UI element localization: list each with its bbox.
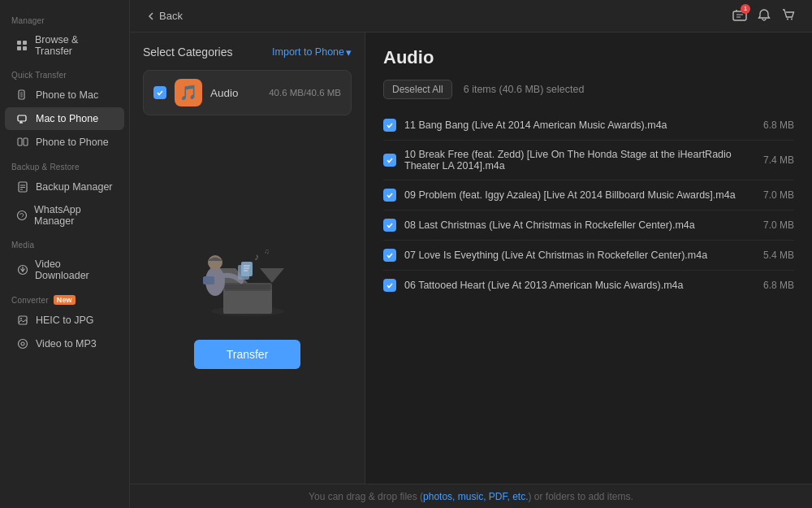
svg-rect-35 [203, 276, 214, 284]
bottom-link[interactable]: photos, music, PDF, etc. [423, 491, 528, 502]
sidebar-item-browse-transfer[interactable]: Browse & Transfer [5, 29, 124, 62]
file-size-4: 5.4 MB [754, 250, 794, 261]
whatsapp-manager-label: WhatsApp Manager [34, 204, 113, 227]
sidebar-section-manager: Manager Browse & Transfer [0, 8, 129, 63]
file-checkbox-4[interactable] [383, 249, 396, 262]
whatsapp-manager-icon [16, 209, 28, 222]
bottom-text2: ) or folders to add items. [528, 491, 633, 502]
file-size-1: 7.4 MB [754, 154, 794, 166]
backup-manager-icon [16, 180, 29, 193]
svg-rect-5 [20, 92, 23, 98]
video-to-mp3-label: Video to MP3 [36, 338, 97, 350]
file-checkbox-3[interactable] [383, 219, 396, 232]
svg-text:♫: ♫ [264, 247, 270, 255]
svg-rect-2 [17, 46, 21, 50]
file-name-4: 07 Love Is Eveything (Live At Christmas … [404, 250, 745, 261]
back-label: Back [159, 10, 183, 22]
phone-to-mac-label: Phone to Mac [36, 89, 98, 101]
svg-point-19 [20, 318, 22, 319]
sidebar-item-phone-to-mac[interactable]: Phone to Mac [5, 84, 124, 106]
file-name-3: 08 Last Christmas (Live At Christmas in … [404, 219, 745, 231]
sidebar-section-media: Media Video Downloader [0, 232, 129, 287]
transfer-button[interactable]: Transfer [194, 340, 301, 369]
converter-section-label: Converter New [0, 287, 129, 308]
deselect-all-button[interactable]: Deselect All [383, 80, 452, 99]
phone-to-phone-icon [16, 136, 29, 149]
file-name-5: 06 Tattooed Heart (Live At 2013 American… [404, 280, 745, 291]
sidebar-item-video-downloader[interactable]: Video Downloader [5, 254, 124, 286]
topbar-icons: 1 [732, 7, 796, 25]
audio-category-item[interactable]: 🎵 Audio 40.6 MB/40.6 MB [143, 70, 352, 115]
file-checkbox-5[interactable] [383, 279, 396, 292]
file-name-1: 10 Break Free (feat. Zedd) [Live On The … [404, 149, 745, 172]
mac-to-phone-label: Mac to Phone [36, 113, 98, 124]
sidebar-item-mac-to-phone[interactable]: Mac to Phone [5, 107, 124, 130]
video-downloader-icon [16, 263, 28, 276]
media-section-label: Media [0, 232, 129, 253]
notification-icon[interactable]: 1 [732, 7, 747, 25]
video-downloader-label: Video Downloader [35, 258, 113, 281]
phone-to-mac-icon [16, 89, 29, 102]
quick-transfer-section-label: Quick Transfer [0, 63, 129, 83]
file-size-3: 7.0 MB [754, 219, 794, 231]
back-button[interactable]: Back [146, 10, 183, 22]
svg-rect-32 [225, 284, 270, 291]
audio-category-icon: 🎵 [175, 79, 202, 106]
audio-panel-title: Audio [383, 47, 794, 68]
new-badge: New [54, 295, 76, 305]
categories-title: Select Categories [143, 46, 233, 59]
file-checkbox-1[interactable] [383, 154, 396, 167]
audio-controls: Deselect All 6 items (40.6 MB) selected [383, 80, 794, 99]
svg-point-27 [787, 18, 788, 20]
sidebar-item-heic-to-jpg[interactable]: HEIC to JPG [5, 309, 124, 332]
file-item[interactable]: 07 Love Is Eveything (Live At Christmas … [383, 241, 794, 271]
bottom-text: You can drag & drop files ( [309, 491, 423, 502]
svg-point-21 [21, 342, 24, 345]
sidebar-item-video-to-mp3[interactable]: Video to MP3 [5, 332, 124, 355]
heic-to-jpg-icon [16, 314, 29, 327]
import-chevron-icon: ▾ [346, 46, 352, 59]
file-item[interactable]: 11 Bang Bang (Live At 2014 American Musi… [383, 111, 794, 141]
svg-rect-31 [223, 289, 272, 314]
sidebar-section-converter: Converter New HEIC to JPG Video to MP3 [0, 287, 129, 356]
browse-transfer-label: Browse & Transfer [35, 34, 113, 57]
svg-point-20 [19, 340, 28, 349]
right-panel: Audio Deselect All 6 items (40.6 MB) sel… [365, 33, 812, 484]
import-to-phone-button[interactable]: Import to Phone ▾ [272, 46, 352, 59]
main-content: Back 1 Select Categories Import to Phone… [130, 0, 812, 508]
svg-rect-3 [23, 46, 27, 50]
svg-rect-1 [23, 41, 27, 45]
svg-point-28 [791, 18, 793, 20]
file-item[interactable]: 08 Last Christmas (Live At Christmas in … [383, 211, 794, 241]
back-icon [146, 11, 156, 21]
file-checkbox-2[interactable] [383, 189, 396, 202]
illustration-area: ♪ ♫ Transfer [143, 115, 352, 471]
file-name-2: 09 Problem (feat. Iggy Azalea) [Live At … [404, 189, 745, 201]
sidebar-item-whatsapp-manager[interactable]: WhatsApp Manager [5, 199, 124, 232]
backup-manager-label: Backup Manager [36, 181, 113, 193]
video-to-mp3-icon [16, 337, 29, 350]
file-size-5: 6.8 MB [754, 280, 794, 291]
sidebar-section-backup: Backup & Restore Backup Manager WhatsApp… [0, 154, 129, 232]
heic-to-jpg-label: HEIC to JPG [36, 315, 94, 326]
svg-rect-37 [241, 262, 253, 276]
file-item[interactable]: 06 Tattooed Heart (Live At 2013 American… [383, 271, 794, 300]
items-count: 6 items (40.6 MB) selected [464, 84, 585, 95]
file-checkbox-0[interactable] [383, 119, 396, 132]
cart-icon[interactable] [781, 7, 796, 25]
svg-rect-6 [18, 115, 26, 121]
sidebar-section-quick-transfer: Quick Transfer Phone to Mac Mac to Phone… [0, 63, 129, 154]
svg-rect-9 [18, 138, 22, 145]
illustration-svg: ♪ ♫ [183, 218, 313, 323]
sidebar: Manager Browse & Transfer Quick Transfer… [0, 0, 130, 508]
sidebar-item-backup-manager[interactable]: Backup Manager [5, 176, 124, 198]
file-item[interactable]: 10 Break Free (feat. Zedd) [Live On The … [383, 141, 794, 180]
audio-category-name: Audio [210, 87, 261, 99]
svg-rect-10 [24, 138, 28, 145]
audio-checkbox[interactable] [153, 86, 166, 99]
sidebar-item-phone-to-phone[interactable]: Phone to Phone [5, 131, 124, 154]
backup-section-label: Backup & Restore [0, 154, 129, 175]
bell-icon[interactable] [757, 7, 771, 25]
file-item[interactable]: 09 Problem (feat. Iggy Azalea) [Live At … [383, 180, 794, 211]
phone-to-phone-label: Phone to Phone [36, 137, 109, 148]
